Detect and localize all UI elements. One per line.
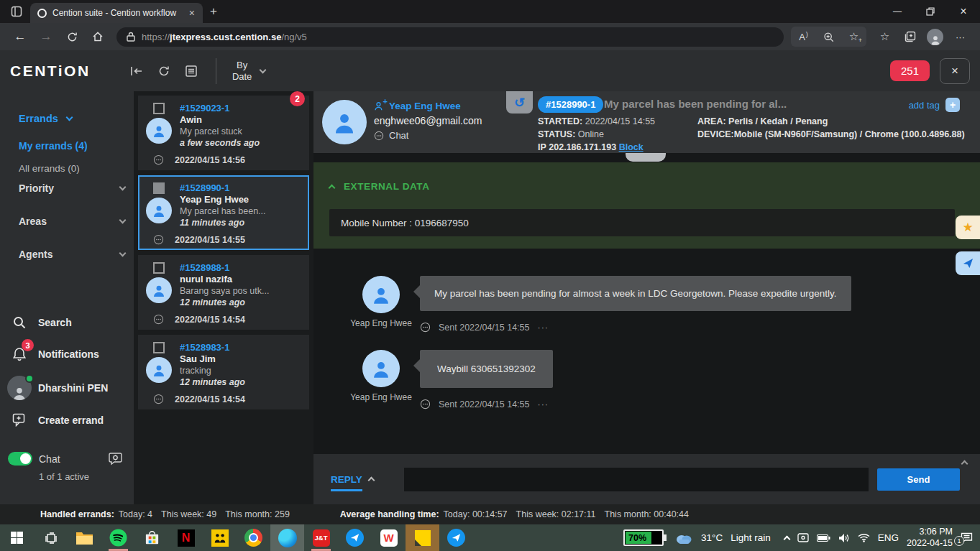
block-ip-link[interactable]: Block (619, 142, 644, 152)
microsoft-store-icon[interactable] (135, 524, 169, 551)
sidebar-item-create-errand[interactable]: Create errand (6, 413, 125, 427)
browser-profile-avatar[interactable] (927, 29, 943, 45)
jnt-express-icon[interactable]: J&T (304, 524, 338, 551)
weather-condition[interactable]: Light rain (731, 532, 771, 543)
notes-app-icon[interactable] (406, 524, 439, 551)
header-collapse-handle[interactable] (626, 153, 666, 162)
browser-tab[interactable]: Cention suite - Cention workflow × (30, 3, 203, 23)
task-view-button[interactable] (34, 524, 68, 551)
tab-close-icon[interactable]: × (187, 7, 197, 19)
battery-tray-icon[interactable] (817, 534, 830, 542)
clock[interactable]: 3:06 PM 2022-04-15 (907, 527, 953, 549)
back-icon[interactable]: ← (7, 26, 33, 47)
volume-icon[interactable] (838, 533, 850, 543)
add-favorite-icon[interactable]: ☆+ (841, 27, 866, 47)
temperature[interactable]: 31°C (701, 532, 723, 543)
cention-logo: CENTiON (10, 62, 91, 80)
zoom-icon[interactable] (816, 27, 841, 47)
collapse-list-icon[interactable] (125, 60, 148, 82)
wifi-icon[interactable] (858, 533, 870, 542)
add-tag-label[interactable]: add tag (909, 100, 940, 111)
errand-checkbox[interactable] (153, 262, 165, 274)
minimize-button[interactable]: — (881, 0, 914, 23)
message-menu-icon[interactable]: ··· (538, 399, 549, 409)
errand-checkbox[interactable] (153, 103, 165, 114)
reply-input[interactable] (404, 468, 869, 491)
restore-button[interactable] (914, 0, 947, 23)
spotify-icon[interactable] (101, 524, 135, 551)
history-icon[interactable]: ↺ (506, 91, 533, 114)
close-window-button[interactable]: × (947, 0, 980, 23)
desktop: { "browser": { "tab_title": "Cention sui… (0, 0, 980, 551)
refresh-icon[interactable] (59, 26, 85, 47)
external-data-header[interactable]: EXTERNAL DATA (329, 181, 955, 192)
errand-list-item[interactable]: 2 #1529023-1 Awin My parcel stuck a few … (138, 96, 309, 170)
errand-checkbox[interactable] (153, 182, 165, 194)
page-url: https://jtexpress.cust.cention.se/ng/v5 (142, 32, 307, 42)
chevron-down-icon (65, 114, 73, 121)
chat-active-count: 1 of 1 active (39, 471, 125, 482)
contact-email[interactable]: enghwee06@gmail.com (374, 115, 482, 126)
browser-menu-icon[interactable]: ··· (948, 27, 973, 47)
file-explorer-icon[interactable] (68, 524, 101, 551)
errand-list-item[interactable]: #1528988-1 nurul nazifa Barang saya pos … (138, 255, 309, 330)
errand-id-badge[interactable]: #1528990-1 (538, 96, 603, 113)
unread-count-badge: 2 (290, 91, 305, 106)
lock-icon (127, 32, 135, 42)
favorites-icon[interactable]: ☆ (872, 27, 897, 47)
errand-list-item[interactable]: #1528983-1 Sau Jim tracking 12 minutes a… (138, 335, 309, 409)
language-indicator[interactable]: ENG (878, 532, 899, 543)
close-errand-button[interactable]: × (940, 58, 970, 84)
add-tag-plus-icon[interactable]: + (945, 98, 960, 112)
forward-icon[interactable]: → (33, 26, 59, 47)
sidebar-item-areas[interactable]: Areas (6, 216, 125, 227)
sidebar-item-agents[interactable]: Agents (6, 249, 125, 260)
cast-tray-icon[interactable] (797, 533, 809, 542)
yellow-people-app-icon[interactable] (203, 524, 237, 551)
favorites-fab[interactable]: ★ (956, 216, 980, 239)
tray-overflow-icon[interactable] (783, 535, 790, 542)
sidebar-item-priority[interactable]: Priority (6, 182, 125, 194)
navigate-fab[interactable] (956, 251, 980, 275)
tab-actions-button[interactable] (6, 2, 27, 21)
read-aloud-icon[interactable]: A) (791, 27, 816, 47)
sort-by-date-dropdown[interactable]: By Date (229, 60, 265, 82)
sidebar-item-my-errands[interactable]: My errands (4) (6, 140, 125, 152)
errand-checkbox[interactable] (153, 342, 165, 353)
edge-icon[interactable] (270, 524, 304, 551)
refresh-list-icon[interactable] (152, 60, 175, 82)
chat-toggle[interactable] (8, 452, 32, 466)
add-contact-icon[interactable]: + (374, 101, 384, 111)
customer-avatar (146, 118, 172, 144)
sidebar-user[interactable]: Dharshini PEN (6, 376, 125, 400)
errand-list-item-selected[interactable]: #1528990-1 Yeap Eng Hwee My parcel has b… (138, 175, 309, 250)
wps-office-icon[interactable]: W (372, 524, 406, 551)
new-tab-button[interactable]: + (203, 0, 224, 23)
blue-bird-app-icon-2[interactable] (439, 524, 473, 551)
battery-widget[interactable]: 70% (623, 529, 664, 546)
errand-preview: My parcel has been... (180, 205, 266, 217)
contact-name[interactable]: Yeap Eng Hwee (389, 101, 461, 111)
action-center-icon[interactable]: 1 (961, 532, 973, 543)
start-button[interactable] (0, 524, 34, 551)
weather-cloud-icon[interactable] (674, 532, 693, 545)
sidebar-item-notifications[interactable]: 3 Notifications (6, 347, 125, 361)
sidebar-item-search[interactable]: Search (6, 316, 125, 329)
message-menu-icon[interactable]: ··· (538, 323, 549, 333)
home-icon[interactable] (85, 26, 111, 47)
sidebar-item-errands[interactable]: Errands (6, 113, 125, 124)
chat-settings-icon[interactable] (108, 452, 125, 466)
chrome-icon[interactable] (237, 524, 270, 551)
collapse-reply-icon[interactable] (961, 460, 968, 468)
queue-count-badge[interactable]: 251 (890, 60, 930, 81)
blue-bird-app-icon[interactable] (338, 524, 372, 551)
sidebar-item-all-errands[interactable]: All errands (0) (6, 163, 125, 174)
netflix-icon[interactable]: N (169, 524, 203, 551)
address-bar[interactable]: https://jtexpress.cust.cention.se/ng/v5 (116, 27, 784, 47)
create-errand-icon (6, 413, 32, 427)
star-icon: ★ (962, 220, 973, 235)
send-button[interactable]: Send (877, 468, 960, 491)
reply-tab[interactable]: REPLY (331, 474, 374, 485)
collections-icon[interactable] (897, 27, 922, 47)
list-view-icon[interactable] (180, 60, 203, 82)
